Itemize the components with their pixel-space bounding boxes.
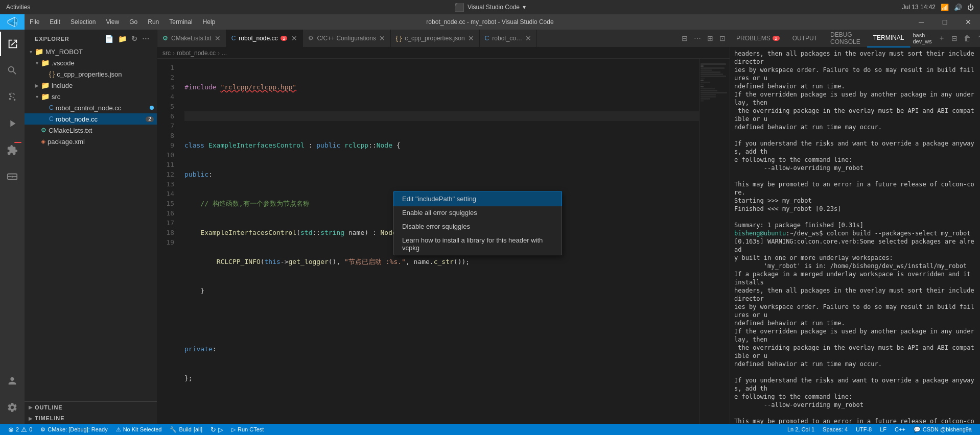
activity-settings[interactable] <box>0 395 25 420</box>
ctx-edit-includepath[interactable]: Edit "includePath" setting <box>393 191 562 206</box>
cpp-tab2-label: robot_co… <box>492 35 522 42</box>
tree-file-cmakelists[interactable]: ⚙ CMakeLists.txt <box>25 125 157 136</box>
terminal-content[interactable]: headers, then all packages in the overla… <box>730 47 980 424</box>
activities-label[interactable]: Activities <box>6 4 30 11</box>
panel-maximize-icon[interactable]: ⌃ <box>975 32 980 44</box>
tree-file-robot-control[interactable]: C robot_control_node.cc <box>25 102 157 113</box>
menu-run[interactable]: Run <box>143 14 164 30</box>
tree-folder-include[interactable]: ▶ 📁 include <box>25 80 157 91</box>
status-run-ctest[interactable]: ▷ Run CTest <box>227 424 268 435</box>
panel-tab-problems[interactable]: PROBLEMS 2 <box>730 30 786 47</box>
activity-accounts[interactable] <box>0 369 25 393</box>
panel-tab-terminal[interactable]: TERMINAL <box>867 30 911 47</box>
encoding-label: UTF-8 <box>856 426 872 432</box>
timeline-section-header[interactable]: ▶ TIMELINE <box>25 413 157 424</box>
activity-run-debug[interactable] <box>0 111 25 136</box>
new-folder-icon[interactable]: 📁 <box>117 34 128 44</box>
spaces-label: Spaces: 4 <box>823 426 848 432</box>
vscode-app-name[interactable]: Visual Studio Code <box>468 4 520 11</box>
tree-folder-my-robot[interactable]: ▾ 📁 MY_ROBOT <box>25 46 157 57</box>
close-button[interactable]: ✕ <box>956 14 980 30</box>
explorer-header: EXPLORER 📄 📁 ↻ ⋯ <box>25 30 157 46</box>
tab-c-cpp-props[interactable]: { } c_cpp_properties.json ✕ <box>391 30 480 47</box>
cmake-status-label: CMake: [Debug]: Ready <box>48 426 107 432</box>
activity-source-control[interactable] <box>0 85 25 109</box>
split-editor-icon[interactable]: ⊟ <box>680 32 690 44</box>
status-spaces[interactable]: Spaces: 4 <box>819 424 852 435</box>
status-feedback[interactable]: 💬 CSDN @bisheng9a <box>909 424 976 435</box>
kill-terminal-icon[interactable]: 🗑 <box>962 32 973 44</box>
activity-remote[interactable] <box>0 164 25 189</box>
status-language[interactable]: C++ <box>891 424 909 435</box>
tab-close-robot-co[interactable]: ✕ <box>525 34 531 42</box>
status-bar: ⊗ 2 ⚠ 0 ⚙ CMake: [Debug]: Ready ⚠ No Kit… <box>0 424 980 435</box>
new-file-icon[interactable]: 📄 <box>104 34 115 44</box>
tab-close-config[interactable]: ✕ <box>379 34 385 42</box>
menu-view[interactable]: View <box>101 14 124 30</box>
activity-search[interactable] <box>0 58 25 83</box>
tree-folder-vscode[interactable]: ▾ 📁 .vscode <box>25 57 157 68</box>
tree-file-c-cpp-properties[interactable]: { } c_cpp_properties.json <box>25 68 157 80</box>
tab-close-cmake[interactable]: ✕ <box>215 34 221 42</box>
split-terminal-icon[interactable]: ⊟ <box>949 32 960 44</box>
breadcrumb-file[interactable]: robot_node.cc <box>177 50 216 57</box>
tree-file-package-xml[interactable]: ◈ package.xml <box>25 136 157 147</box>
menu-edit[interactable]: Edit <box>44 14 65 30</box>
breadcrumb-src[interactable]: src <box>162 50 171 57</box>
tab-cpp-config[interactable]: ⚙ C/C++ Configurations ✕ <box>303 30 390 47</box>
add-terminal-icon[interactable]: ＋ <box>936 32 947 45</box>
tab-robot-node[interactable]: C robot_node.cc 2 ✕ <box>226 30 304 47</box>
sound-icon[interactable]: 🔊 <box>954 4 962 11</box>
tab-close-json[interactable]: ✕ <box>468 34 474 42</box>
breadcrumb-symbol[interactable]: ... <box>222 50 227 57</box>
status-build-controls[interactable]: ↻ ▷ <box>206 424 227 435</box>
refresh-icon[interactable]: ↻ <box>130 34 139 44</box>
app-dropdown-icon[interactable]: ▾ <box>523 4 526 11</box>
error-count: 2 <box>16 426 19 432</box>
run-build-icon[interactable]: ▷ <box>218 426 223 433</box>
more-actions-icon[interactable]: ⋯ <box>692 32 703 44</box>
activity-extensions[interactable] <box>0 138 25 162</box>
tree-file-robot-node[interactable]: C robot_node.cc 2 <box>25 113 157 125</box>
folder-icon: 📁 <box>35 47 43 56</box>
maximize-button[interactable]: □ <box>933 14 956 30</box>
ctx-learn-vcpkg[interactable]: Learn how to install a library for this … <box>394 233 562 255</box>
tab-cmakelists[interactable]: ⚙ CMakeLists.txt ✕ <box>157 30 226 47</box>
status-no-kit[interactable]: ⚠ No Kit Selected <box>112 424 166 435</box>
config-tab-label: C/C++ Configurations <box>317 35 376 42</box>
layout-icon[interactable]: ⊞ <box>705 32 715 44</box>
activity-bar <box>0 30 25 424</box>
refresh-build-icon[interactable]: ↻ <box>211 426 216 433</box>
status-build[interactable]: 🔧 Build [all] <box>166 424 206 435</box>
menu-terminal[interactable]: Terminal <box>164 14 197 30</box>
timeline-arrow: ▶ <box>27 416 35 421</box>
menu-help[interactable]: Help <box>198 14 221 30</box>
status-errors[interactable]: ⊗ 2 ⚠ 0 <box>4 424 36 435</box>
tab-close-robot-node[interactable]: ✕ <box>291 34 297 42</box>
tree-folder-src[interactable]: ▾ 📁 src <box>25 91 157 102</box>
modified-dot <box>150 106 154 110</box>
menu-file[interactable]: File <box>25 14 44 30</box>
network-icon[interactable]: 📶 <box>941 4 949 11</box>
activity-explorer[interactable] <box>0 32 25 56</box>
sidebar: EXPLORER 📄 📁 ↻ ⋯ ▾ 📁 MY_ROBOT ▾ 📁 .vscod… <box>25 30 157 424</box>
status-cmake[interactable]: ⚙ CMake: [Debug]: Ready <box>36 424 111 435</box>
ctx-disable-squiggles[interactable]: Disable error squiggles <box>394 220 562 233</box>
error-icon: ⊗ <box>8 426 14 433</box>
status-ln-col[interactable]: Ln 2, Col 1 <box>783 424 819 435</box>
panel-tab-output[interactable]: OUTPUT <box>786 30 824 47</box>
ctx-enable-squiggles[interactable]: Enable all error squiggles <box>394 206 562 220</box>
outline-section-header[interactable]: ▶ OUTLINE <box>25 401 157 413</box>
cpp-tab-label: robot_node.cc <box>239 35 277 42</box>
cpp-file-icon: C <box>49 104 54 111</box>
collapse-all-icon[interactable]: ⋯ <box>141 34 151 44</box>
menu-go[interactable]: Go <box>124 14 143 30</box>
status-line-ending[interactable]: LF <box>876 424 891 435</box>
menu-selection[interactable]: Selection <box>65 14 101 30</box>
minimize-button[interactable]: ─ <box>909 14 933 30</box>
power-icon[interactable]: ⏻ <box>967 4 974 11</box>
close-panels-icon[interactable]: ⊡ <box>717 32 728 44</box>
status-encoding[interactable]: UTF-8 <box>852 424 876 435</box>
tab-robot-co[interactable]: C robot_co… ✕ <box>480 30 537 47</box>
panel-tab-debug-console[interactable]: DEBUG CONSOLE <box>824 30 867 47</box>
